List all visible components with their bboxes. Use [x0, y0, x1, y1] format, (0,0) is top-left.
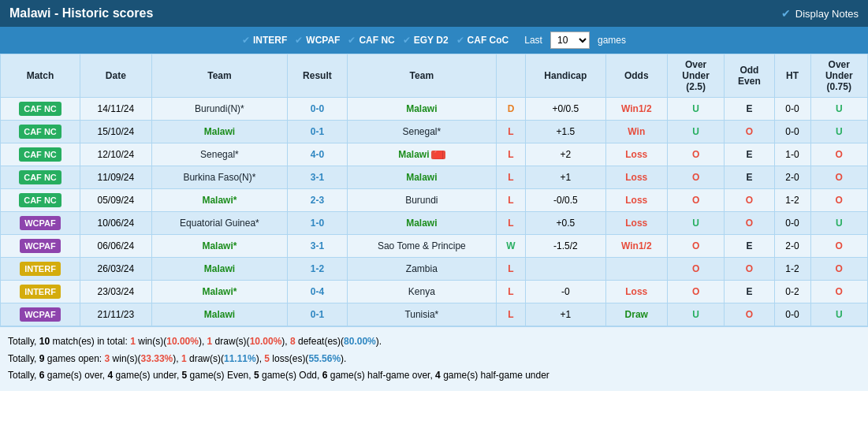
date-cell: 05/09/24	[80, 189, 152, 212]
filter-cafcoc[interactable]: ✔ CAF CoC	[456, 35, 509, 46]
odds-cell: Loss	[605, 143, 667, 166]
ou25-value: O	[692, 195, 699, 206]
ou25-cell: O	[667, 143, 724, 166]
wl-cell: L	[497, 143, 526, 166]
ou075-cell: O	[810, 166, 867, 189]
ou25-value: U	[692, 103, 699, 114]
team1-cell: Malawi	[151, 121, 288, 143]
team1-cell: Senegal*	[151, 143, 288, 166]
ou25-cell: O	[667, 281, 724, 303]
result-cell: 1-2	[288, 258, 347, 281]
date-cell: 10/06/24	[80, 212, 152, 235]
wl-cell: L	[497, 189, 526, 212]
match-badge: CAF NC	[19, 170, 61, 184]
match-badge-cell: WCPAF	[1, 235, 80, 258]
filter-wcpaf[interactable]: ✔ WCPAF	[295, 35, 340, 46]
result-value: 0-0	[311, 103, 324, 114]
team1-name: Malawi	[204, 263, 235, 274]
team1-cell: Malawi*	[151, 235, 288, 258]
ou075-value: O	[836, 149, 843, 160]
team2-cell: Malawi	[347, 98, 496, 121]
wl-cell: L	[497, 281, 526, 303]
date-cell: 11/09/24	[80, 166, 152, 189]
ou25-cell: U	[667, 121, 724, 143]
handicap-cell: -1.5/2	[525, 235, 605, 258]
ou25-value: U	[692, 126, 699, 137]
games-label: games	[598, 35, 626, 46]
table-row: INTERF 23/03/24 Malawi* 0-4 Kenya L -0 L…	[1, 281, 868, 303]
team1-cell: Malawi	[151, 303, 288, 326]
result-cell: 2-3	[288, 189, 347, 212]
filter-egyd2[interactable]: ✔ EGY D2	[403, 35, 449, 46]
oe-value: O	[746, 309, 753, 320]
wl-value: L	[508, 263, 513, 274]
display-notes-toggle[interactable]: ✔ Display Notes	[781, 7, 859, 20]
odds-value: Win	[628, 126, 645, 137]
oe-cell: E	[725, 281, 774, 303]
odds-cell: Win1/2	[605, 235, 667, 258]
games-select[interactable]: 10 20 30	[550, 32, 590, 49]
match-badge-cell: CAF NC	[1, 189, 80, 212]
wl-cell: L	[497, 212, 526, 235]
table-header-row: Match Date Team Result Team Handicap Odd…	[1, 54, 868, 98]
match-badge-cell: CAF NC	[1, 121, 80, 143]
filter-cafnc[interactable]: ✔ CAF NC	[348, 35, 394, 46]
wl-cell: L	[497, 166, 526, 189]
team2-cell: Tunisia*	[347, 303, 496, 326]
team1-cell: Malawi*	[151, 281, 288, 303]
ht-cell: 2-0	[774, 166, 810, 189]
red-card-icon: 🟥	[431, 151, 445, 159]
oe-value: O	[746, 218, 753, 229]
oe-cell: E	[725, 143, 774, 166]
ou25-value: O	[692, 240, 699, 251]
oe-cell: O	[725, 189, 774, 212]
wcpaf-check-icon: ✔	[295, 35, 303, 46]
ou25-cell: O	[667, 166, 724, 189]
cafcoc-check-icon: ✔	[456, 35, 464, 46]
team1-cell: Equatorial Guinea*	[151, 212, 288, 235]
summary-section: Totally, 10 match(es) in total: 1 win(s)…	[0, 326, 868, 391]
summary-line1: Totally, 10 match(es) in total: 1 win(s)…	[8, 333, 860, 351]
oe-value: O	[746, 126, 753, 137]
odds-cell: Win	[605, 121, 667, 143]
ht-cell: 1-2	[774, 189, 810, 212]
col-oe: OddEven	[725, 54, 774, 98]
team2-name: Malawi	[398, 149, 429, 160]
team2-cell: Malawi	[347, 212, 496, 235]
odds-cell: Win1/2	[605, 98, 667, 121]
wl-value: D	[508, 103, 515, 114]
ou075-value: O	[836, 172, 843, 183]
egyd2-label: EGY D2	[414, 35, 449, 46]
team1-cell: Burundi(N)*	[151, 98, 288, 121]
wl-value: W	[506, 240, 515, 251]
table-row: CAF NC 15/10/24 Malawi 0-1 Senegal* L +1…	[1, 121, 868, 143]
team2-name: Kenya	[408, 286, 435, 297]
team2-name: Malawi	[406, 103, 437, 114]
result-value: 3-1	[311, 240, 324, 251]
handicap-cell: +1	[525, 303, 605, 326]
match-badge-cell: WCPAF	[1, 303, 80, 326]
ou075-cell: O	[810, 143, 867, 166]
page-title: Malawi - Historic scores	[9, 6, 153, 20]
table-row: CAF NC 12/10/24 Senegal* 4-0 Malawi🟥 L +…	[1, 143, 868, 166]
result-value: 0-1	[311, 309, 324, 320]
match-badge-cell: CAF NC	[1, 98, 80, 121]
filter-interf[interactable]: ✔ INTERF	[242, 35, 287, 46]
ht-cell: 1-0	[774, 143, 810, 166]
col-ht: HT	[774, 54, 810, 98]
ou075-value: U	[836, 309, 843, 320]
summary-line2: Totally, 9 games open: 3 win(s)(33.33%),…	[8, 351, 860, 368]
ou25-cell: U	[667, 303, 724, 326]
ou25-value: U	[692, 218, 699, 229]
wl-value: L	[508, 286, 513, 297]
col-date: Date	[80, 54, 152, 98]
handicap-cell: +0/0.5	[525, 98, 605, 121]
odds-value: Loss	[625, 149, 647, 160]
team2-name: Malawi	[406, 218, 437, 229]
oe-cell: E	[725, 235, 774, 258]
odds-value: Win1/2	[621, 103, 652, 114]
odds-value: Loss	[625, 172, 647, 183]
col-team2: Team	[347, 54, 496, 98]
ou075-cell: U	[810, 212, 867, 235]
date-cell: 15/10/24	[80, 121, 152, 143]
